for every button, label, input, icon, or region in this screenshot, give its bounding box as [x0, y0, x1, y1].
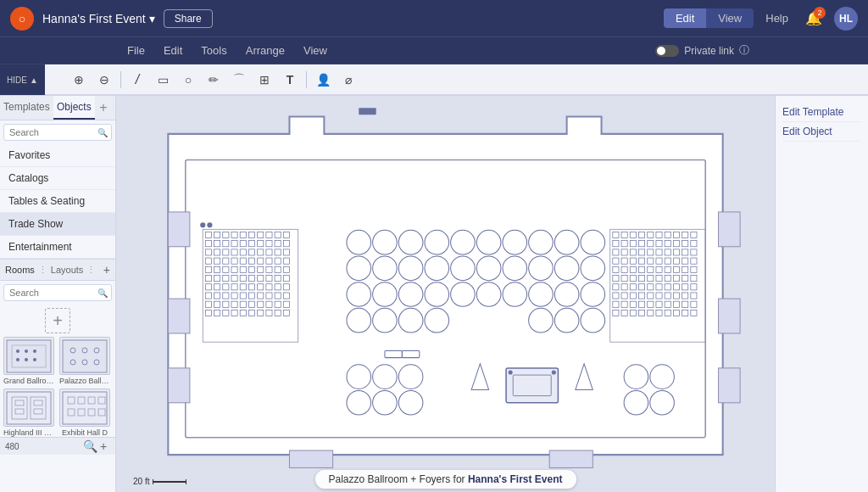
svg-rect-33	[168, 212, 190, 247]
toolbar: ⊕ ⊖ / ▭ ○ ✏ ⌒ ⊞ T 👤 ⌀	[0, 64, 868, 95]
room-thumb-palazzo[interactable]: Palazzo Ballro...	[59, 337, 112, 385]
zoom-search-button[interactable]: 🔍	[83, 439, 97, 453]
rect-tool[interactable]: ▭	[152, 69, 174, 91]
toolbar-separator-2	[306, 71, 307, 88]
room-thumb-img-palazzo	[59, 337, 110, 375]
menu-arrange[interactable]: Arrange	[237, 41, 293, 60]
private-link-info-icon[interactable]: ⓘ	[739, 43, 749, 58]
toolbar-container: HIDE ▲ ⊕ ⊖ / ▭ ○ ✏ ⌒ ⊞ T 👤 ⌀	[0, 64, 868, 96]
menu-tools[interactable]: Tools	[192, 41, 235, 60]
app-logo: ○	[10, 7, 34, 31]
event-dropdown-icon[interactable]: ▾	[149, 12, 155, 25]
room-thumb-label-exhibit-hall: Exhibit Hall D	[59, 428, 110, 437]
room-thumb-label-grand-ballroom: Grand Ballroom...	[3, 377, 54, 385]
sidebar-item-favorites[interactable]: Favorites	[0, 144, 115, 167]
room-thumbnails: Grand Ballroom...	[0, 337, 115, 437]
tab-objects[interactable]: Objects	[53, 96, 95, 120]
avatar[interactable]: HL	[834, 7, 858, 31]
left-sidebar: Templates Objects + 🔍 Favorites Catalogs…	[0, 96, 116, 492]
svg-rect-0	[7, 340, 51, 372]
view-toggle-button[interactable]: View	[706, 8, 754, 28]
svg-rect-37	[719, 299, 741, 333]
svg-point-294	[200, 222, 205, 227]
thumb-svg-grand-ballroom	[5, 338, 53, 374]
room-thumb-grand-ballroom[interactable]: Grand Ballroom...	[3, 337, 56, 385]
scale-bar: 20 ft	[133, 477, 186, 486]
event-title[interactable]: Hanna's First Event ▾	[42, 12, 155, 25]
sidebar-item-entertainment[interactable]: Entertainment	[0, 236, 115, 259]
rooms-add-large-button[interactable]: +	[45, 308, 70, 333]
menu-edit[interactable]: Edit	[155, 41, 191, 60]
svg-point-295	[207, 222, 212, 227]
menu-file[interactable]: File	[119, 41, 153, 60]
main-layout: Templates Objects + 🔍 Favorites Catalogs…	[0, 96, 868, 492]
navbar-right: Edit View Help 🔔 2 HL	[664, 7, 858, 31]
svg-rect-39	[289, 450, 332, 467]
svg-rect-8	[63, 340, 107, 372]
rooms-search: 🔍	[3, 284, 112, 301]
zoom-out-tool[interactable]: ⊖	[93, 69, 115, 91]
mask-tool[interactable]: ⌀	[337, 69, 359, 91]
pen-tool[interactable]: ✏	[203, 69, 225, 91]
svg-point-6	[25, 358, 28, 361]
canvas-area[interactable]: 20 ft Palazzo Ballroom + Foyers for Hann…	[116, 96, 775, 492]
svg-rect-34	[168, 299, 190, 333]
venue-name: Palazzo Ballroom + Foyers	[329, 473, 451, 485]
hide-panel-button[interactable]: HIDE ▲	[0, 64, 45, 95]
svg-rect-40	[549, 450, 593, 467]
notifications-button[interactable]: 🔔 2	[800, 8, 827, 28]
svg-point-2	[16, 349, 19, 353]
scale-label: 20 ft	[133, 477, 149, 486]
hide-arrow-icon: ▲	[30, 75, 38, 85]
room-thumb-exhibit-hall[interactable]: Exhibit Hall D	[59, 389, 112, 437]
rooms-label: Rooms	[5, 265, 35, 275]
thumb-svg-highland	[5, 390, 53, 426]
circle-tool[interactable]: ○	[177, 69, 199, 91]
thumb-svg-exhibit-hall	[61, 390, 108, 426]
panel-add-button[interactable]: +	[97, 439, 110, 453]
room-thumb-img-exhibit-hall	[59, 389, 110, 427]
rooms-search-icon: 🔍	[97, 288, 108, 298]
sidebar-item-tables-seating[interactable]: Tables & Seating	[0, 190, 115, 213]
share-button[interactable]: Share	[164, 9, 213, 28]
svg-point-7	[33, 358, 36, 361]
sidebar-add-button[interactable]: +	[95, 99, 112, 116]
bezier-tool[interactable]: ⌒	[228, 69, 250, 91]
sidebar-tabs: Templates Objects +	[0, 96, 115, 120]
help-button[interactable]: Help	[760, 10, 793, 26]
room-thumb-highland[interactable]: Highland III & IV	[3, 389, 56, 437]
sidebar-item-catalogs[interactable]: Catalogs	[0, 167, 115, 190]
zoom-display: 480	[5, 442, 19, 451]
rooms-separator-icon2: ⋮	[86, 265, 96, 276]
user-tool[interactable]: 👤	[312, 69, 334, 91]
menu-view[interactable]: View	[295, 41, 336, 60]
svg-rect-38	[719, 368, 741, 403]
edit-toggle-button[interactable]: Edit	[664, 8, 706, 28]
rooms-separator-icon: ⋮	[38, 265, 47, 276]
image-tool[interactable]: ⊞	[253, 69, 275, 91]
svg-rect-35	[168, 368, 190, 403]
for-text: for	[453, 473, 465, 485]
svg-point-3	[25, 349, 28, 353]
zoom-in-tool[interactable]: ⊕	[68, 69, 90, 91]
edit-template-button[interactable]: Edit Template	[782, 103, 861, 122]
objects-search-input[interactable]	[3, 124, 112, 141]
room-thumb-label-palazzo: Palazzo Ballro...	[59, 377, 110, 385]
sidebar-item-trade-show[interactable]: Trade Show	[0, 213, 115, 236]
notification-badge: 2	[814, 7, 826, 19]
tab-templates[interactable]: Templates	[0, 96, 53, 120]
svg-point-283	[552, 371, 555, 374]
room-thumb-img-highland	[3, 389, 54, 427]
rooms-search-input[interactable]	[3, 284, 112, 301]
svg-point-282	[509, 371, 512, 374]
rooms-add-button[interactable]: +	[103, 263, 110, 277]
layouts-label[interactable]: Layouts	[51, 265, 84, 275]
room-thumb-label-highland: Highland III & IV	[3, 428, 54, 437]
edit-object-button[interactable]: Edit Object	[782, 122, 861, 142]
private-link-toggle[interactable]	[655, 45, 679, 57]
rooms-panel: Rooms ⋮ Layouts ⋮ + 🔍 +	[0, 259, 115, 492]
private-link-label: Private link	[684, 45, 734, 57]
text-tool[interactable]: T	[279, 69, 301, 91]
line-tool[interactable]: /	[126, 69, 148, 91]
menu-right: Private link ⓘ	[655, 43, 749, 58]
